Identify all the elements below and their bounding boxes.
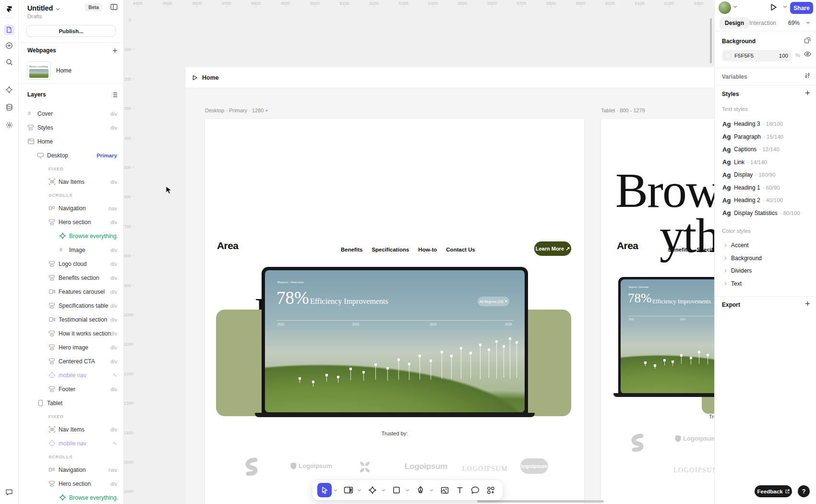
color-style-row[interactable]: Dividers [715, 264, 816, 277]
text-style-row[interactable]: AgHeading 3· 18/100 [715, 118, 816, 131]
layer-row[interactable]: mobile nav∿ [19, 368, 124, 382]
pen-tool[interactable] [413, 483, 428, 497]
text-style-row[interactable]: AgHeading 1· 60/90 [715, 181, 816, 194]
variables-sliders-icon[interactable] [804, 72, 810, 79]
chevron-down-icon [56, 4, 60, 12]
layer-row[interactable]: DesktopPrimary [19, 148, 124, 162]
page-play-icon[interactable] [192, 75, 198, 81]
layer-row[interactable]: #Coverdiv [19, 107, 124, 120]
background-color-input[interactable]: F5F5F5 100 [722, 50, 792, 61]
canvas-horizontal-scrollbar[interactable] [477, 500, 604, 503]
pages-icon[interactable] [4, 24, 14, 35]
visibility-eye-icon[interactable] [804, 51, 811, 57]
text-style-row[interactable]: AgHeading 2· 40/100 [715, 194, 816, 207]
shape-tool[interactable] [389, 483, 404, 497]
color-style-row[interactable]: Text [715, 277, 816, 290]
color-style-row[interactable]: Background [715, 252, 816, 265]
text-tool[interactable] [453, 483, 467, 497]
layer-row[interactable]: Stylesdiv [19, 120, 124, 134]
layer-row[interactable]: mobile nav∿ [19, 436, 124, 450]
layer-row[interactable]: Benefits sectiondiv [19, 271, 124, 285]
canvas-vertical-scrollbar[interactable] [710, 18, 712, 63]
tablet-frame[interactable]: Area BenefitsSpecifications Brows ything… [601, 119, 714, 504]
text-style-row[interactable]: AgDisplay· 160/90 [715, 168, 816, 181]
layer-row[interactable]: Nav Itemsdiv [19, 422, 124, 436]
chevron-down-icon[interactable] [429, 483, 434, 497]
feedback-button[interactable]: Feedback [755, 485, 792, 497]
tab-design[interactable]: Design [720, 17, 749, 29]
tab-interaction[interactable]: Interaction [749, 20, 776, 26]
layer-row[interactable]: Nav Itemsdiv [19, 175, 124, 189]
insert-icon[interactable] [4, 40, 14, 51]
layer-row[interactable]: Navigationnav [19, 201, 124, 215]
nav-link[interactable]: How-to [418, 247, 437, 252]
page-topbar[interactable]: Home [186, 67, 714, 88]
chevron-down-icon[interactable] [333, 483, 338, 497]
text-style-row[interactable]: AgLink· 14/140 [715, 156, 816, 169]
text-style-row[interactable]: AgParagraph· 15/140 [715, 131, 816, 144]
layer-row[interactable]: Hero sectiondiv [19, 477, 124, 491]
comment-tool[interactable] [468, 483, 482, 497]
select-tool[interactable] [317, 483, 332, 497]
layer-row[interactable]: Features carouseldiv [19, 285, 124, 299]
publish-button[interactable]: Publish... [26, 25, 116, 37]
image-tool[interactable] [437, 483, 452, 497]
avatar[interactable] [719, 1, 731, 14]
project-title-row[interactable]: Untitled [27, 3, 119, 13]
layer-row[interactable]: Centered CTAdiv [19, 354, 124, 368]
vector-tool[interactable] [365, 483, 380, 497]
layer-row[interactable]: Home [19, 134, 124, 148]
nav-link[interactable]: Benefits [341, 247, 362, 252]
layer-row[interactable]: Browse everything. [19, 491, 124, 504]
layer-options-icon[interactable] [111, 92, 118, 97]
cms-database-icon[interactable] [4, 102, 14, 112]
zoom-level[interactable]: 69% [788, 20, 800, 26]
tablet-frame-label[interactable]: Tablet · 800 - 1279 [601, 108, 645, 113]
account-chevron-icon[interactable] [733, 5, 737, 8]
layer-row[interactable]: Hero sectiondiv [19, 215, 124, 229]
color-style-row[interactable]: Accent [715, 239, 816, 252]
nav-link[interactable]: Specifications [372, 247, 409, 252]
background-swatch[interactable] [724, 52, 731, 59]
preview-chevron-icon[interactable] [783, 5, 787, 8]
share-button[interactable]: Share [790, 2, 813, 14]
layer-row[interactable]: Tablet [19, 396, 124, 410]
divider [715, 31, 816, 31]
canvas[interactable]: 4400450046004700480049005000510052005300… [124, 0, 714, 504]
nav-link[interactable]: Contact Us [446, 247, 475, 252]
layer-row[interactable]: #Imagediv [19, 243, 124, 257]
layer-row[interactable]: Footerdiv [19, 382, 124, 396]
add-style-button[interactable] [805, 90, 810, 96]
preview-play-icon[interactable] [770, 3, 777, 11]
desktop-frame[interactable]: Area BenefitsSpecificationsHow-toContact… [205, 119, 584, 504]
app-logo-icon[interactable] [4, 4, 14, 14]
chevron-down-icon[interactable] [381, 483, 386, 497]
search-icon[interactable] [4, 57, 14, 67]
webpage-item-home[interactable]: Browse everything. Home [27, 61, 72, 80]
color-style-name: Text [731, 280, 742, 287]
background-style-icon[interactable] [804, 37, 811, 44]
chat-icon[interactable] [4, 487, 14, 497]
layer-row[interactable]: Hero imagediv [19, 340, 124, 354]
chevron-down-icon[interactable] [357, 483, 362, 497]
layer-row[interactable]: Navigationnav [19, 463, 124, 477]
help-button[interactable]: ? [798, 485, 810, 497]
chevron-down-icon[interactable] [405, 483, 410, 497]
breakpoint-tool[interactable] [341, 483, 356, 497]
layer-row[interactable]: Specifications tablediv [19, 299, 124, 312]
settings-gear-icon[interactable] [4, 120, 14, 130]
layer-row[interactable]: Logo clouddiv [19, 257, 124, 271]
layer-row[interactable]: Browse everything. [19, 229, 124, 243]
vector-pinwheel-icon[interactable] [4, 84, 14, 95]
zoom-chevron-icon[interactable] [806, 21, 810, 24]
layer-row[interactable]: How it works sectiondiv [19, 326, 124, 340]
add-webpage-button[interactable] [112, 48, 118, 53]
panel-toggle-icon[interactable] [110, 3, 118, 12]
logoipsum-shield: Logoipsum [675, 435, 714, 442]
plugins-tool[interactable] [483, 483, 498, 497]
text-style-row[interactable]: AgCaptions· 12/140 [715, 143, 816, 156]
add-export-button[interactable] [805, 301, 810, 306]
layer-row[interactable]: Testimonial sectiondiv [19, 312, 124, 326]
text-style-row[interactable]: AgDisplay Statistics· 80/100 [715, 207, 816, 220]
desktop-frame-label[interactable]: Desktop · Primary · 1280 + [205, 108, 268, 113]
